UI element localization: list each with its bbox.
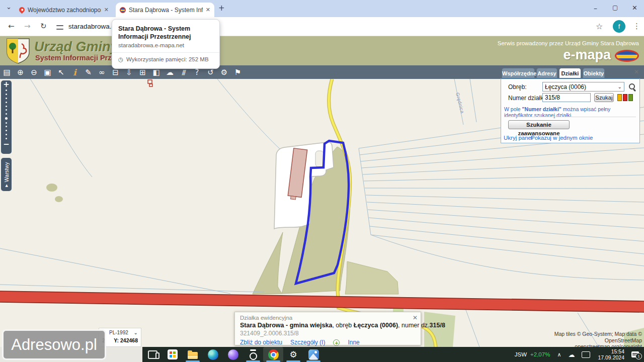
clock[interactable]: 15:54 17.09.2024 — [598, 348, 624, 360]
cast-device-icon[interactable] — [582, 351, 590, 358]
numer-dzialki-label: Numer działki: — [508, 95, 546, 102]
zoom-slider[interactable]: + − — [1, 80, 12, 154]
tab-dzialki[interactable]: Działki — [559, 68, 581, 78]
other-link[interactable]: Inne — [348, 339, 359, 346]
menu-dots-icon[interactable]: ⋮ — [633, 22, 640, 31]
zoom-level-dot-current[interactable] — [5, 117, 8, 120]
site-settings-icon[interactable] — [56, 25, 63, 30]
zoom-minus-button[interactable]: − — [3, 140, 10, 148]
pointer-icon[interactable]: ↖ — [54, 68, 68, 77]
details-link[interactable]: Szczegóły (I) — [290, 339, 325, 346]
window-minimize-button[interactable]: – — [594, 4, 597, 12]
hide-panel-link[interactable]: Ukryj panel — [504, 135, 533, 141]
stock-change[interactable]: +2,07% — [530, 351, 550, 357]
zoom-plus-button[interactable]: + — [3, 80, 10, 88]
advanced-search-button[interactable]: Szukanie zaawansowane — [508, 120, 570, 129]
settings-gears-icon[interactable]: ⚙ — [217, 68, 231, 77]
layers-icon[interactable]: ▤ — [0, 68, 14, 77]
zoom-level-dot[interactable] — [6, 138, 7, 139]
tab-close-icon[interactable]: ✕ — [104, 7, 109, 13]
tab-adresy[interactable]: Adresy — [536, 68, 557, 78]
zoom-in-icon[interactable]: ⊕ — [14, 68, 27, 77]
select-extent-icon[interactable]: ▣ — [41, 68, 54, 77]
zoom-level-dot[interactable] — [6, 89, 7, 91]
select-chevron-icon: ⌄ — [618, 84, 622, 89]
numer-dzialki-input[interactable] — [542, 93, 591, 102]
field-blob — [55, 196, 63, 202]
file-explorer-icon — [188, 352, 198, 359]
chrome-button[interactable] — [263, 347, 283, 362]
circle-app-button[interactable] — [243, 347, 263, 362]
browser-tab-active[interactable]: Stara Dąbrowa - System Inform ✕ — [116, 3, 214, 17]
zoom-level-dot[interactable] — [6, 113, 7, 115]
info-icon[interactable]: i — [68, 67, 82, 77]
zoom-level-dot[interactable] — [6, 106, 7, 107]
zoom-level-dot[interactable] — [6, 98, 7, 99]
copilot-button[interactable] — [223, 347, 243, 362]
szukaj-button[interactable]: Szukaj — [594, 93, 614, 102]
window-close-button[interactable]: ✕ — [632, 4, 637, 12]
rotate-icon[interactable]: ↺ — [204, 68, 217, 77]
zoom-level-dot[interactable] — [6, 126, 7, 127]
zoom-level-dot[interactable] — [6, 109, 7, 111]
profile-avatar[interactable]: f — [613, 20, 625, 33]
popup-numer: 315/8 — [430, 322, 445, 329]
photos-icon — [308, 349, 319, 360]
onedrive-cloud-icon[interactable]: ☁ — [568, 351, 575, 358]
stock-symbol[interactable]: JSW — [515, 351, 527, 357]
download-icon[interactable]: ⇩ — [122, 68, 136, 77]
popup-close-icon[interactable]: ✕ — [413, 314, 418, 321]
new-tab-button[interactable]: + — [218, 4, 225, 13]
edge-button[interactable] — [203, 347, 223, 362]
forward-icon[interactable]: → — [24, 22, 31, 31]
circle-app-icon — [248, 349, 258, 359]
zoom-level-dot[interactable] — [6, 94, 7, 95]
store-button[interactable] — [163, 347, 183, 362]
zoom-to-object-link[interactable]: Zbliż do obiektu — [240, 339, 282, 346]
panel-close-icon[interactable]: ✕ — [634, 68, 639, 75]
copy-window-icon[interactable]: ⊞ — [136, 68, 149, 77]
tray-chevron-icon[interactable]: ∧ — [557, 351, 561, 358]
feature-popup: ✕ Działka ewidencyjna Stara Dąbrowa - gm… — [234, 312, 421, 345]
panel-search-icon[interactable] — [629, 83, 636, 90]
zoom-out-icon[interactable]: ⊖ — [27, 68, 41, 77]
tab-wspolrzedne[interactable]: Współrzędne — [502, 68, 535, 78]
notification-icon[interactable]: 1 — [631, 351, 639, 357]
file-explorer-button[interactable] — [183, 347, 203, 362]
hatch-icon[interactable]: /// — [177, 69, 190, 76]
cloud-icon[interactable]: ☁ — [163, 68, 177, 77]
photos-button[interactable] — [303, 347, 324, 362]
settings-button[interactable]: ⚙ — [283, 347, 303, 362]
help-icon[interactable]: ? — [190, 68, 204, 77]
crs-chevron-icon[interactable]: ⌄ — [134, 330, 138, 335]
back-icon[interactable]: ← — [8, 22, 15, 31]
layers-tab-label: Warstwy — [4, 162, 10, 182]
legend-color-yellow[interactable] — [617, 94, 622, 101]
single-window-link[interactable]: Pokazuj w jednym oknie — [531, 135, 593, 141]
bookmark-star-icon[interactable]: ☆ — [596, 22, 603, 31]
north-arrow-icon[interactable]: ⚑ — [231, 68, 245, 77]
obreb-select[interactable]: Łęczyca (0006) ⌄ — [542, 82, 624, 92]
zoom-level-dot[interactable] — [6, 102, 7, 103]
legend-color-green[interactable] — [628, 94, 633, 101]
adresowo-watermark: Adresowo.pl — [2, 329, 106, 360]
browser-tab-inactive[interactable]: Województwo zachodniopomo ✕ — [15, 3, 113, 17]
window-maximize-button[interactable]: ▢ — [612, 4, 618, 11]
add-circle-icon[interactable]: + — [333, 339, 340, 346]
coat-of-arms — [6, 38, 30, 64]
zoom-level-dot[interactable] — [6, 130, 7, 131]
measure-icon[interactable]: ✎ — [82, 68, 95, 77]
app-header: Urząd Gminy St System Informacji Przes S… — [0, 36, 644, 65]
tab-list-chevron-icon[interactable]: ⌄ — [6, 3, 12, 11]
tab-close-icon[interactable]: ✕ — [206, 7, 210, 13]
tab-obiekty[interactable]: Obiekty — [583, 68, 605, 78]
zoom-level-dot[interactable] — [6, 122, 7, 124]
layers-panel-tab[interactable]: ▶ Warstwy — [1, 158, 12, 191]
zoom-level-dot[interactable] — [6, 134, 7, 135]
split-view-icon[interactable]: ◧ — [149, 68, 163, 77]
print-icon[interactable]: ⊟ — [109, 68, 122, 77]
reload-icon[interactable]: ↻ — [40, 22, 47, 31]
link-icon[interactable]: ∞ — [95, 68, 109, 77]
task-view-button[interactable] — [142, 347, 163, 362]
legend-color-red[interactable] — [623, 94, 627, 101]
